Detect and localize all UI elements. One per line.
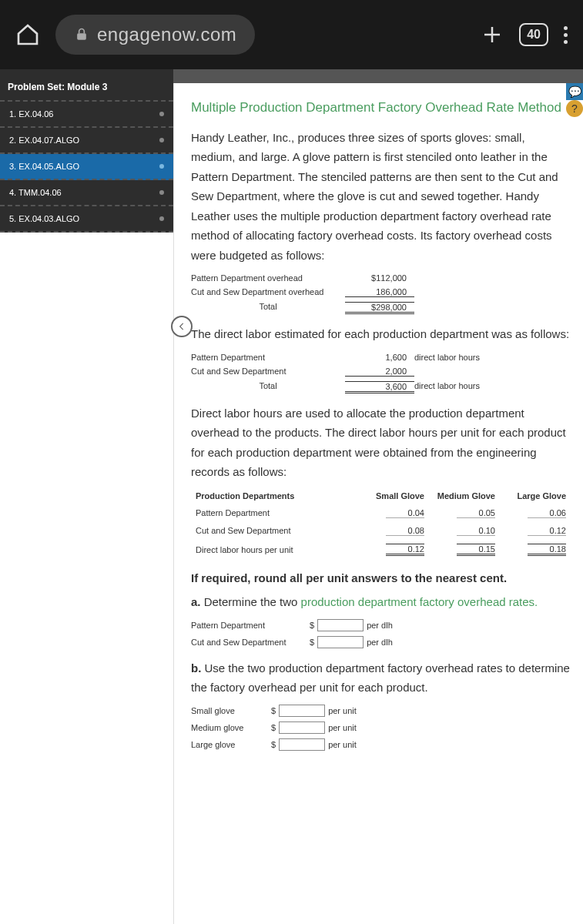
browser-toolbar: engagenow.com 40 [0,0,583,69]
table-header-row: Production Departments Small Glove Mediu… [193,488,569,504]
glossary-link[interactable]: production department factory overhead r… [301,595,538,608]
sidebar-item-3[interactable]: 3. EX.04.05.ALGO [0,154,173,180]
chevron-left-icon [176,321,187,332]
input-row: Large glove$per unit [191,736,571,753]
paragraph: The direct labor estimated for each prod… [191,324,571,344]
sidebar-item-1[interactable]: 1. EX.04.06 [0,102,173,128]
overhead-table: Pattern Department overhead$112,000 Cut … [191,271,571,316]
problem-set-sidebar: Problem Set: Module 3 1. EX.04.06 2. EX.… [0,69,173,924]
intro-paragraph: Handy Leather, Inc., produces three size… [191,128,571,266]
pattern-rate-input[interactable] [317,619,364,631]
table-row: Pattern Department overhead$112,000 [191,271,571,285]
input-row: Small glove$per unit [191,702,571,719]
sidebar-item-2[interactable]: 2. EX.04.07.ALGO [0,128,173,154]
input-row: Pattern Department$per dlh [191,617,571,634]
table-row-total: Total3,600direct labor hours [191,379,571,396]
lock-icon [74,27,89,42]
table-row: Cut and Sew Department overhead186,000 [191,285,571,300]
table-row: Cut and Sew Department0.080.100.12 [193,523,569,539]
sidebar-header: Problem Set: Module 3 [0,69,173,102]
menu-icon[interactable] [564,26,568,44]
problem-content: Multiple Production Department Factory O… [173,83,583,924]
table-row-total: Direct labor hours per unit0.120.150.18 [193,541,569,559]
url-bar[interactable]: engagenow.com [55,15,255,55]
sidebar-item-label: 2. EX.04.07.ALGO [9,136,79,145]
question-a-inputs: Pattern Department$per dlh Cut and Sew D… [191,617,571,651]
new-tab-icon[interactable] [481,23,504,46]
table-row: Pattern Department1,600direct labor hour… [191,350,571,364]
small-glove-input[interactable] [279,705,325,717]
round-note: If required, round all per unit answers … [191,568,571,588]
table-row: Pattern Department0.040.050.06 [193,505,569,521]
sidebar-item-label: 5. EX.04.03.ALGO [9,214,79,223]
status-dot-icon [159,216,164,221]
sidebar-item-label: 4. TMM.04.06 [9,188,62,197]
sidebar-item-label: 3. EX.04.05.ALGO [9,162,79,171]
app-area: Problem Set: Module 3 1. EX.04.06 2. EX.… [0,69,583,924]
tab-count[interactable]: 40 [519,23,548,46]
table-row: Cut and Sew Department2,000 [191,364,571,379]
collapse-sidebar-button[interactable] [171,316,193,337]
input-row: Medium glove$per unit [191,719,571,736]
question-b-inputs: Small glove$per unit Medium glove$per un… [191,702,571,753]
sidebar-item-5[interactable]: 5. EX.04.03.ALGO [0,206,173,233]
svg-rect-0 [77,33,86,39]
sidebar-item-label: 1. EX.04.06 [9,109,54,119]
help-chat-icon[interactable]: 💬 [566,83,583,100]
sidebar-item-4[interactable]: 4. TMM.04.06 [0,180,173,206]
question-a: a. Determine the two production departme… [191,592,571,612]
input-row: Cut and Sew Department$per dlh [191,634,571,651]
problem-title: Multiple Production Department Factory O… [191,99,571,117]
status-dot-icon [159,164,164,169]
dlh-table: Production Departments Small Glove Mediu… [191,487,571,561]
help-question-icon[interactable]: ? [566,100,583,117]
large-glove-input[interactable] [279,738,325,751]
status-dot-icon [159,112,164,116]
table-row-total: Total$298,000 [191,300,571,316]
medium-glove-input[interactable] [279,721,325,734]
paragraph: Direct labor hours are used to allocate … [191,403,571,482]
question-b: b. Use the two production department fac… [191,658,571,698]
url-text: engagenow.com [97,24,236,45]
status-dot-icon [159,138,164,142]
status-dot-icon [159,190,164,195]
home-icon[interactable] [15,22,40,47]
side-tools: 💬 ? [566,83,583,117]
cutsew-rate-input[interactable] [317,636,364,648]
labor-table: Pattern Department1,600direct labor hour… [191,350,571,396]
